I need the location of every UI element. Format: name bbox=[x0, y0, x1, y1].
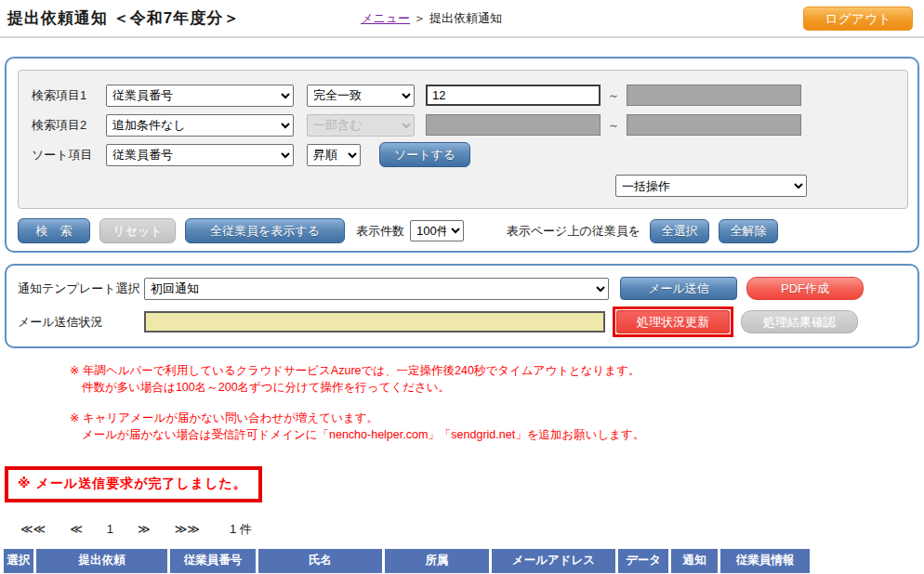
header-request: 提出依頼 bbox=[36, 549, 167, 573]
record-count: 1 件 bbox=[230, 521, 252, 538]
notice-carrier-line1: ※ キャリアメールが届かない問い合わせが増えています。 bbox=[70, 410, 924, 426]
show-all-employees-button[interactable]: 全従業員を表示する bbox=[185, 218, 345, 243]
notice-carrier-mail: ※ キャリアメールが届かない問い合わせが増えています。 メールが届かない場合は受… bbox=[70, 410, 924, 443]
search1-field-select[interactable]: 従業員番号 bbox=[106, 85, 294, 107]
search-criteria-box: 検索項目1 従業員番号 完全一致 ～ 検索項目2 追加条件なし 一部含む ～ bbox=[18, 70, 908, 209]
search1-match-select[interactable]: 完全一致 bbox=[307, 85, 415, 107]
header-notice: 通知 bbox=[671, 549, 718, 573]
page-next-button[interactable]: ≫ bbox=[138, 522, 151, 536]
display-count-select[interactable]: 100件 bbox=[410, 220, 464, 241]
mail-status-row: メール送信状況 処理状況更新 処理結果確認 bbox=[18, 307, 908, 337]
search2-value-to-input bbox=[627, 114, 801, 136]
search2-label: 検索項目2 bbox=[32, 117, 106, 134]
notice-timeout-line2: 件数が多い場合は100名～200名ずつに分けて操作を行ってください。 bbox=[70, 379, 924, 396]
page-last-button[interactable]: ≫≫ bbox=[175, 522, 200, 536]
breadcrumb: メニュー＞提出依頼通知 bbox=[361, 10, 502, 27]
display-count-label: 表示件数 bbox=[356, 223, 404, 240]
table-header-row: 選択 提出依頼 従業員番号 氏名 所属 メールアドレス データ 通知 従業員情報 bbox=[4, 549, 810, 573]
pagination: ≪≪ ≪ 1 ≫ ≫≫ 1 件 bbox=[20, 521, 924, 538]
update-status-highlight-frame: 処理状況更新 bbox=[613, 307, 733, 337]
search2-match-select: 一部含む bbox=[307, 114, 415, 137]
sort-order-select[interactable]: 昇順 bbox=[307, 144, 361, 166]
page-first-button[interactable]: ≪≪ bbox=[20, 522, 46, 536]
page-prev-button[interactable]: ≪ bbox=[70, 522, 83, 536]
mail-sent-alert: ※ メール送信要求が完了しました。 bbox=[5, 466, 262, 502]
search1-label: 検索項目1 bbox=[32, 87, 106, 104]
search-row-1: 検索項目1 従業員番号 完全一致 ～ bbox=[32, 84, 896, 107]
header-email: メールアドレス bbox=[492, 549, 615, 573]
search2-field-select[interactable]: 追加条件なし bbox=[106, 114, 294, 137]
page-employees-label: 表示ページ上の従業員を bbox=[507, 223, 640, 240]
deselect-all-button[interactable]: 全解除 bbox=[719, 219, 778, 243]
header-data: データ bbox=[618, 549, 668, 573]
breadcrumb-current: 提出依頼通知 bbox=[429, 11, 502, 25]
title-bar: 提出依頼通知 ＜令和7年度分＞ メニュー＞提出依頼通知 ログアウト bbox=[0, 0, 924, 38]
notice-timeout: ※ 年調ヘルパーで利用しているクラウドサービスAzureでは、一定操作後240秒… bbox=[70, 362, 924, 396]
header-select: 選択 bbox=[4, 549, 33, 573]
search1-value-to-input bbox=[627, 85, 801, 106]
search-row-2: 検索項目2 追加条件なし 一部含む ～ bbox=[32, 113, 896, 137]
select-all-button[interactable]: 全選択 bbox=[650, 219, 709, 243]
update-status-button[interactable]: 処理状況更新 bbox=[616, 310, 730, 333]
template-select[interactable]: 初回通知 bbox=[144, 278, 609, 300]
reset-button[interactable]: リセット bbox=[99, 218, 176, 243]
search1-tilde: ～ bbox=[601, 87, 627, 104]
page-title: 提出依頼通知 ＜令和7年度分＞ bbox=[7, 7, 240, 29]
bulk-action-select[interactable]: 一括操作 bbox=[615, 175, 807, 197]
search-button[interactable]: 検 索 bbox=[18, 218, 90, 243]
employee-table: 選択 提出依頼 従業員番号 氏名 所属 メールアドレス データ 通知 従業員情報… bbox=[1, 547, 812, 574]
template-row: 通知テンプレート選択 初回通知 メール送信 PDF作成 bbox=[18, 277, 908, 300]
breadcrumb-separator: ＞ bbox=[414, 11, 426, 25]
send-mail-button[interactable]: メール送信 bbox=[620, 277, 737, 300]
sort-button[interactable]: ソートする bbox=[379, 142, 470, 167]
mail-status-label: メール送信状況 bbox=[18, 314, 144, 331]
bulk-action-row: 一括操作 bbox=[32, 175, 896, 197]
breadcrumb-menu-link[interactable]: メニュー bbox=[361, 11, 410, 25]
create-pdf-button[interactable]: PDF作成 bbox=[746, 277, 864, 300]
mail-status-input bbox=[144, 311, 605, 333]
notification-panel: 通知テンプレート選択 初回通知 メール送信 PDF作成 メール送信状況 処理状況… bbox=[5, 264, 919, 348]
page-current[interactable]: 1 bbox=[107, 522, 113, 536]
sort-row: ソート項目 従業員番号 昇順 ソートする bbox=[32, 143, 896, 166]
search2-value-from-input bbox=[426, 114, 601, 136]
logout-button[interactable]: ログアウト bbox=[803, 7, 913, 31]
header-employee-info: 従業員情報 bbox=[720, 549, 810, 573]
notice-carrier-line2: メールが届かない場合は受信許可ドメインに「nencho-helper.com」「… bbox=[70, 426, 924, 443]
check-result-button[interactable]: 処理結果確認 bbox=[741, 310, 858, 333]
header-employee-no: 従業員番号 bbox=[170, 549, 256, 573]
header-department: 所属 bbox=[385, 549, 489, 573]
notice-timeout-line1: ※ 年調ヘルパーで利用しているクラウドサービスAzureでは、一定操作後240秒… bbox=[70, 362, 924, 379]
page-selection-group: 表示ページ上の従業員を 全選択 全解除 bbox=[507, 219, 778, 243]
template-label: 通知テンプレート選択 bbox=[18, 280, 144, 297]
search2-tilde: ～ bbox=[601, 117, 627, 134]
search-actions-row: 検 索 リセット 全従業員を表示する 表示件数 100件 表示ページ上の従業員を… bbox=[18, 218, 908, 243]
header-name: 氏名 bbox=[258, 549, 382, 573]
search-panel: 検索項目1 従業員番号 完全一致 ～ 検索項目2 追加条件なし 一部含む ～ bbox=[5, 57, 919, 253]
sort-label: ソート項目 bbox=[32, 147, 106, 163]
sort-field-select[interactable]: 従業員番号 bbox=[106, 144, 294, 166]
search1-value-from-input[interactable] bbox=[426, 85, 601, 106]
